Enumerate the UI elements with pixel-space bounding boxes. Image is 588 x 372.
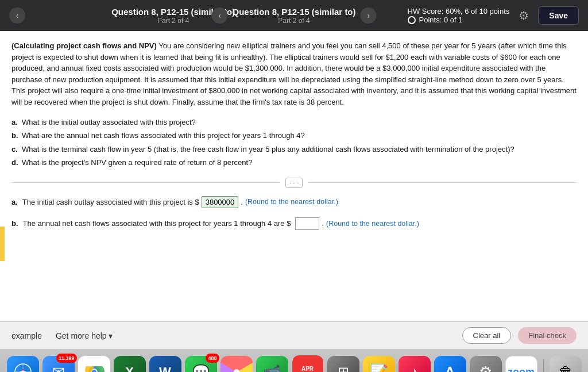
part-b-letter: b. <box>11 129 20 142</box>
answer-b-letter: b. <box>11 219 18 228</box>
messages-badge: 488 <box>206 354 219 363</box>
question-text: (Calculating project cash flows and NPV)… <box>11 40 577 108</box>
chevron-down-icon: ▾ <box>109 331 113 340</box>
points-row: Points: 0 of 1 <box>408 16 510 24</box>
question-info: Question 8, P12-15 (similar to) Part 2 o… <box>232 7 355 25</box>
hw-score-text: HW Score: 60%, 6 of 10 points <box>408 7 510 16</box>
svg-point-8 <box>234 369 239 372</box>
answer-b-text-after: . <box>322 219 324 228</box>
dock-trash-icon[interactable]: 🗑 <box>550 356 582 372</box>
get-more-help-label: Get more help <box>56 331 107 340</box>
get-more-help-button[interactable]: Get more help ▾ <box>56 331 113 340</box>
part-a-letter: a. <box>11 116 20 129</box>
question-part: Part 2 of 4 <box>232 17 355 25</box>
part-d-text: What is the project's NPV given a requir… <box>22 156 252 169</box>
answer-b-text-before: The annual net cash flows associated wit… <box>23 219 291 228</box>
part-c-text: What is the terminal cash flow in year 5… <box>22 143 514 156</box>
dock-chrome-icon[interactable] <box>78 356 110 372</box>
points-text: Points: 0 of 1 <box>419 16 463 24</box>
dock-facetime-icon[interactable]: 📹 <box>256 356 288 372</box>
answer-a-letter: a. <box>11 198 18 206</box>
dock-appstore-icon[interactable]: A <box>434 356 466 372</box>
nav-right: HW Score: 60%, 6 of 10 points Points: 0 … <box>408 6 579 25</box>
score-section: HW Score: 60%, 6 of 10 points Points: 0 … <box>408 7 510 24</box>
answer-row-b: b. The annual net cash flows associated … <box>11 217 577 230</box>
points-circle-icon <box>408 16 416 24</box>
settings-gear-button[interactable]: ⚙ <box>519 9 529 22</box>
dock-excel-icon[interactable]: X <box>114 356 146 372</box>
part-b-text: What are the annual net cash flows assoc… <box>22 129 305 142</box>
question-title-text: Question 8, P12-15 (similar to) <box>232 7 355 17</box>
answer-a-text-before: The initial cash outlay associated with … <box>22 198 199 206</box>
dock-messages-icon[interactable]: 488 💬 <box>185 356 217 372</box>
answer-b-hint: (Round to the nearest dollar.) <box>326 220 419 228</box>
dock-photos-icon[interactable] <box>220 356 253 372</box>
dock-notes-icon[interactable]: 📝 <box>363 356 395 372</box>
bottom-left: example Get more help ▾ <box>11 331 113 340</box>
divider-line-right <box>308 182 577 183</box>
dock-system-preferences-icon[interactable]: ⚙ <box>470 356 502 372</box>
yellow-tab <box>0 227 5 261</box>
part-a-question: a. What is the initial outlay associated… <box>11 116 577 129</box>
prev-arrow-button[interactable]: ‹ <box>9 7 25 24</box>
dock-calendar-icon[interactable]: APR 20 <box>292 356 324 372</box>
calendar-month: APR <box>301 366 314 372</box>
dock-music-icon[interactable]: ♪ <box>399 356 431 372</box>
dock-separator <box>543 359 544 372</box>
prev-question-button[interactable]: ‹ <box>211 7 227 24</box>
nav-left: ‹ <box>9 7 25 24</box>
answer-a-text-after: . <box>241 198 243 206</box>
main-content-area: (Calculating project cash flows and NPV)… <box>0 31 588 321</box>
top-navigation: ‹ Question 8, P12-15 (similar to) Part 2… <box>0 0 588 31</box>
dock-calculator-icon[interactable]: ⊞ <box>327 356 359 372</box>
clear-all-button[interactable]: Clear all <box>462 327 512 344</box>
divider-row: · · · <box>11 178 577 188</box>
answer-section: a. The initial cash outlay associated wi… <box>11 196 577 230</box>
mail-badge: 11,399 <box>56 354 77 363</box>
part-b-question: b. What are the annual net cash flows as… <box>11 129 577 142</box>
dock-zoom-icon[interactable]: zoom <box>505 356 537 372</box>
next-question-button[interactable]: › <box>361 7 377 24</box>
question-intro: (Calculating project cash flows and NPV) <box>11 41 157 50</box>
dock-mail-icon[interactable]: 11,399 ✉ <box>42 356 75 372</box>
bottom-right: Clear all Final check <box>462 327 577 344</box>
part-c-letter: c. <box>11 143 20 156</box>
example-link[interactable]: example <box>11 331 42 340</box>
divider-dots: · · · <box>285 178 303 188</box>
divider-line-left <box>11 182 280 183</box>
question-body: You are considering new elliptical train… <box>11 41 577 106</box>
part-d-question: d. What is the project's NPV given a req… <box>11 156 577 169</box>
dock-safari-icon[interactable] <box>7 356 39 372</box>
question-parts: a. What is the initial outlay associated… <box>11 116 577 170</box>
part-c-question: c. What is the terminal cash flow in yea… <box>11 143 577 156</box>
dock-word-icon[interactable]: W <box>149 356 181 372</box>
part-a-text: What is the initial outlay associated wi… <box>22 116 196 129</box>
save-button[interactable]: Save <box>538 6 579 25</box>
bottom-bar: example Get more help ▾ Clear all Final … <box>0 321 588 349</box>
answer-b-input[interactable] <box>295 217 319 230</box>
final-check-button[interactable]: Final check <box>518 327 577 344</box>
answer-a-value: 3800000 <box>202 196 239 208</box>
dock-bar: 11,399 ✉ X W 488 💬 📹 APR 20 ⊞ 📝 <box>0 349 588 372</box>
part-d-letter: d. <box>11 156 20 169</box>
answer-a-hint: (Round to the nearest dollar.) <box>245 198 338 206</box>
answer-row-a: a. The initial cash outlay associated wi… <box>11 196 577 208</box>
